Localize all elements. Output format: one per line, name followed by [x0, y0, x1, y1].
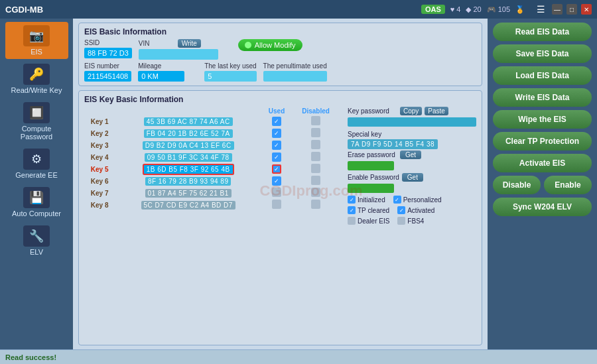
last-key-value: 5 [204, 71, 256, 82]
close-button[interactable]: ✕ [581, 4, 592, 15]
key-disabled-7[interactable] [292, 187, 340, 199]
key-row-5: Key 51B 6D B5 F8 3F 92 65 4B✓ [84, 163, 340, 175]
statusbar: Read success! [0, 349, 597, 364]
write-eis-button[interactable]: Write EIS Data [493, 88, 592, 107]
key-label-5: Key 5 [84, 163, 115, 175]
key-password-row: Key password Copy Paste [348, 107, 476, 115]
key-row-1: Key 145 3B 69 AC 87 74 A6 AC✓ [84, 115, 340, 127]
wipe-eis-button[interactable]: Wipe the EIS [493, 110, 592, 129]
copy-button[interactable]: Copy [400, 107, 422, 115]
status-check-activated: ✓Activated [397, 206, 434, 214]
key-password-value [348, 117, 476, 127]
status-check-label-4: Dealer EIS [358, 217, 389, 225]
disable-button[interactable]: Disable [493, 176, 541, 194]
paste-button[interactable]: Paste [425, 107, 448, 115]
key-disabled-4[interactable] [292, 151, 340, 163]
sidebar-ee-label: Generate EE [15, 171, 58, 179]
key-used-7[interactable] [261, 187, 292, 199]
sidebar-item-compute-password[interactable]: 🔲 Compute Password [5, 99, 68, 144]
status-check-initialized: ✓Initialized [348, 196, 385, 204]
app-title-text: CGDI-MB [5, 5, 43, 15]
key-used-3[interactable]: ✓ [261, 139, 292, 151]
key-row-3: Key 3D9 B2 D9 0A C4 13 EF 6C✓ [84, 139, 340, 151]
key-label-8: Key 8 [84, 199, 115, 211]
right-panel: Read EIS DataSave EIS DataLoad EIS DataW… [488, 19, 597, 349]
key-used-5[interactable]: ✓ [261, 163, 292, 175]
special-key-row: Special key [348, 131, 476, 138]
key-disabled-2[interactable] [292, 127, 340, 139]
app-title: CGDI-MB [5, 5, 43, 15]
get-erase-button[interactable]: Get [400, 151, 421, 159]
eis-key-sections: Used Disabled Key 145 3B 69 AC 87 74 A6 … [84, 107, 476, 225]
medal-stat: 🏅 [515, 5, 525, 14]
load-eis-button[interactable]: Load EIS Data [493, 66, 592, 85]
key-bytes-4: 09 50 B1 9F 3C 34 4F 78 [115, 151, 261, 163]
oas-area: OAS ♥ 4 ◆ 20 🎮 105 🏅 [421, 5, 525, 14]
key-password-label: Key password [348, 107, 397, 115]
penultimate-label: The penultimate used [263, 62, 327, 70]
status-check-label-2: TP cleared [358, 207, 389, 214]
allow-modify-label: Allow Modify [255, 41, 296, 49]
write-button[interactable]: Write [178, 39, 201, 48]
sidebar-elv-label: ELV [30, 248, 43, 256]
eis-basic-title: EIS Basic Information [84, 27, 476, 36]
key-label-4: Key 4 [84, 151, 115, 163]
eis-basic-panel: EIS Basic Information SSID 88 FB 72 D3 V… [78, 23, 482, 86]
allow-modify-button[interactable]: Allow Modify [238, 39, 302, 51]
key-disabled-3[interactable] [292, 139, 340, 151]
sidebar-item-generate-ee[interactable]: ⚙ Generate EE [5, 145, 68, 182]
sidebar-rwkey-label: Read/Write Key [11, 86, 62, 94]
mileage-label: Mileage [138, 62, 184, 70]
sidebar-item-elv[interactable]: 🔧 ELV [5, 222, 68, 259]
titlebar-right: OAS ♥ 4 ◆ 20 🎮 105 🏅 ☰ — □ ✕ [421, 4, 592, 15]
key-disabled-6[interactable] [292, 175, 340, 187]
key-row-4: Key 409 50 B1 9F 3C 34 4F 78✓ [84, 151, 340, 163]
get-enable-button[interactable]: Get [402, 173, 423, 182]
key-disabled-8[interactable] [292, 199, 340, 211]
window-controls: — □ ✕ [552, 4, 592, 15]
col-used: Used [261, 107, 292, 115]
key-label-3: Key 3 [84, 139, 115, 151]
enable-password-label: Enable Password [348, 174, 399, 181]
save-eis-button[interactable]: Save EIS Data [493, 44, 592, 63]
elv-icon: 🔧 [23, 225, 50, 247]
key-bytes-5: 1B 6D B5 F8 3F 92 65 4B [115, 163, 261, 175]
read-eis-button[interactable]: Read EIS Data [493, 23, 592, 41]
menu-icon[interactable]: ☰ [537, 4, 545, 15]
status-check-label-0: Initialized [358, 196, 385, 204]
activate-eis-button[interactable]: Activate EIS [493, 154, 592, 172]
sidebar-item-auto-computer[interactable]: 💾 Auto Computer [5, 184, 68, 221]
allow-dot [245, 42, 251, 48]
minimize-button[interactable]: — [552, 4, 563, 15]
key-row-2: Key 2FB 04 20 1B B2 6E 52 7A✓ [84, 127, 340, 139]
key-icon: 🔑 [23, 64, 50, 85]
clear-tp-button[interactable]: Clear TP Protection [493, 132, 592, 151]
enable-password-value [348, 184, 394, 193]
sidebar-item-read-write-key[interactable]: 🔑 Read/Write Key [5, 60, 68, 97]
key-label-7: Key 7 [84, 187, 115, 199]
key-used-8[interactable] [261, 199, 292, 211]
key-used-2[interactable]: ✓ [261, 127, 292, 139]
eis-key-panel: EIS Key Basic Information Used Disabled [78, 90, 482, 345]
key-bytes-8: 5C D7 CD E9 C2 A4 BD D7 [115, 199, 261, 211]
key-disabled-5[interactable] [292, 163, 340, 175]
key-table: Used Disabled Key 145 3B 69 AC 87 74 A6 … [84, 107, 340, 211]
sidebar-compute-label: Compute Password [21, 125, 52, 141]
sidebar-item-eis[interactable]: 📷 EIS [5, 22, 68, 59]
key-used-6[interactable]: ✓ [261, 175, 292, 187]
vin-value [139, 49, 218, 60]
key-label-1: Key 1 [84, 115, 115, 127]
special-key-bytes: 7A D9 F9 5D 14 B5 F4 38 [348, 139, 438, 149]
erase-password-row: Erase password Get [348, 151, 476, 159]
key-used-4[interactable]: ✓ [261, 151, 292, 163]
key-disabled-1[interactable] [292, 115, 340, 127]
key-used-1[interactable]: ✓ [261, 115, 292, 127]
sidebar: 📷 EIS 🔑 Read/Write Key 🔲 Compute Passwor… [0, 19, 73, 349]
maximize-button[interactable]: □ [566, 4, 577, 15]
sync-w204-button[interactable]: Sync W204 ELV [493, 198, 592, 216]
status-check-label-1: Personalized [403, 196, 442, 204]
key-row-7: Key 701 87 A4 5F 75 62 21 B1 [84, 187, 340, 199]
enable-button[interactable]: Enable [544, 176, 592, 194]
content-area: EIS Basic Information SSID 88 FB 72 D3 V… [73, 19, 488, 349]
diamond-stat: ◆ 20 [466, 5, 481, 14]
